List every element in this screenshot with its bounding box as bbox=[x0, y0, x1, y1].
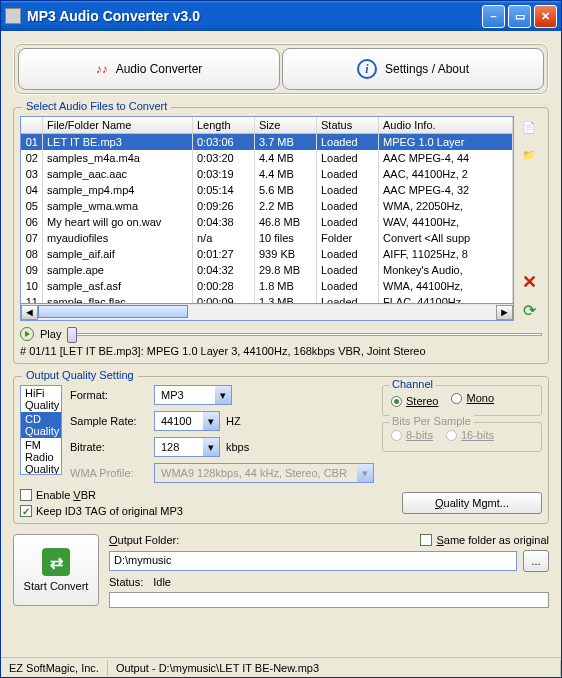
table-row[interactable]: 02samples_m4a.m4a0:03:204.4 MBLoadedAAC … bbox=[21, 150, 513, 166]
col-size[interactable]: Size bbox=[255, 117, 317, 133]
browse-folder-button[interactable]: ... bbox=[523, 550, 549, 572]
table-body: 01LET IT BE.mp30:03:063.7 MBLoadedMPEG 1… bbox=[21, 134, 513, 304]
radio-mono[interactable]: Mono bbox=[451, 392, 494, 404]
scroll-thumb[interactable] bbox=[38, 305, 188, 318]
cell-num: 04 bbox=[21, 182, 43, 198]
cell-name: sample_aif.aif bbox=[43, 246, 193, 262]
col-length[interactable]: Length bbox=[193, 117, 255, 133]
cell-info: FLAC, 44100Hz, bbox=[379, 294, 513, 304]
bitrate-label: Bitrate: bbox=[70, 441, 148, 453]
col-status[interactable]: Status bbox=[317, 117, 379, 133]
add-folder-button[interactable]: 📁 bbox=[518, 144, 540, 166]
output-legend: Output Quality Setting bbox=[22, 369, 138, 381]
table-row[interactable]: 05sample_wma.wma0:09:262.2 MBLoadedWMA, … bbox=[21, 198, 513, 214]
quality-preset-list[interactable]: HiFi QualityCD QualityFM Radio QualityAM… bbox=[20, 385, 62, 475]
preset-item[interactable]: HiFi Quality bbox=[21, 386, 61, 412]
play-label[interactable]: Play bbox=[40, 328, 61, 340]
main-tabs: ♪♪ Audio Converter i Settings / About bbox=[13, 43, 549, 95]
cell-status: Loaded bbox=[317, 214, 379, 230]
radio-8bits: 8-bits bbox=[391, 429, 433, 441]
table-row[interactable]: 11sample_flac.flac0:00:091.3 MBLoadedFLA… bbox=[21, 294, 513, 304]
output-quality-fieldset: Output Quality Setting HiFi QualityCD Qu… bbox=[13, 376, 549, 524]
cell-num: 01 bbox=[21, 134, 43, 150]
convert-arrows-icon: ⇄ bbox=[42, 548, 70, 576]
col-num[interactable] bbox=[21, 117, 43, 133]
scroll-left-button[interactable]: ◄ bbox=[21, 305, 38, 320]
channel-fieldset: Channel Stereo Mono bbox=[382, 385, 542, 416]
cell-name: sample_asf.asf bbox=[43, 278, 193, 294]
chevron-down-icon: ▾ bbox=[357, 464, 373, 482]
scroll-right-button[interactable]: ► bbox=[496, 305, 513, 320]
table-row[interactable]: 08sample_aif.aif0:01:27939 KBLoadedAIFF,… bbox=[21, 246, 513, 262]
cell-name: samples_m4a.m4a bbox=[43, 150, 193, 166]
bits-legend: Bits Per Sample bbox=[389, 415, 474, 427]
col-name[interactable]: File/Folder Name bbox=[43, 117, 193, 133]
horizontal-scrollbar[interactable]: ◄ ► bbox=[20, 304, 514, 321]
cell-num: 03 bbox=[21, 166, 43, 182]
cell-info: AAC, 44100Hz, 2 bbox=[379, 166, 513, 182]
cell-size: 4.4 MB bbox=[255, 150, 317, 166]
format-select[interactable]: MP3 ▾ bbox=[154, 385, 232, 405]
samplerate-select[interactable]: 44100 ▾ bbox=[154, 411, 220, 431]
refresh-icon: ⟳ bbox=[523, 301, 536, 320]
status-label: Status: bbox=[109, 576, 143, 588]
tab-audio-converter[interactable]: ♪♪ Audio Converter bbox=[18, 48, 280, 90]
cell-length: 0:04:32 bbox=[193, 262, 255, 278]
table-row[interactable]: 06My heart will go on.wav0:04:3846.8 MBL… bbox=[21, 214, 513, 230]
cell-length: 0:04:38 bbox=[193, 214, 255, 230]
cell-num: 10 bbox=[21, 278, 43, 294]
cell-length: 0:03:20 bbox=[193, 150, 255, 166]
same-folder-checkbox[interactable]: Same folder as original bbox=[420, 534, 549, 546]
table-row[interactable]: 09sample.ape0:04:3229.8 MBLoadedMonkey's… bbox=[21, 262, 513, 278]
quality-mgmt-button[interactable]: Quality Mgmt... bbox=[402, 492, 542, 514]
play-slider[interactable] bbox=[67, 325, 542, 343]
file-info-line: # 01/11 [LET IT BE.mp3]: MPEG 1.0 Layer … bbox=[20, 345, 542, 357]
tab-settings-about[interactable]: i Settings / About bbox=[282, 48, 544, 90]
start-convert-button[interactable]: ⇄ Start Convert bbox=[13, 534, 99, 606]
files-fieldset: Select Audio Files to Convert File/Folde… bbox=[13, 107, 549, 364]
remove-button[interactable]: ✕ bbox=[518, 271, 540, 293]
maximize-button[interactable]: ▭ bbox=[508, 5, 531, 28]
close-button[interactable]: ✕ bbox=[534, 5, 557, 28]
bitrate-value: 128 bbox=[155, 441, 203, 453]
output-folder-label: Output Folder: bbox=[109, 534, 179, 546]
cell-num: 05 bbox=[21, 198, 43, 214]
scroll-track[interactable] bbox=[38, 305, 496, 320]
format-value: MP3 bbox=[155, 389, 215, 401]
output-folder-input[interactable]: D:\mymusic bbox=[109, 551, 517, 571]
col-info[interactable]: Audio Info. bbox=[379, 117, 513, 133]
bitrate-select[interactable]: 128 ▾ bbox=[154, 437, 220, 457]
wma-value: WMA9 128kbps, 44 kHz, Stereo, CBR bbox=[155, 467, 357, 479]
start-label: Start Convert bbox=[24, 580, 89, 592]
add-file-button[interactable]: 📄 bbox=[518, 116, 540, 138]
cell-name: LET IT BE.mp3 bbox=[43, 134, 193, 150]
table-row[interactable]: 10sample_asf.asf0:00:281.8 MBLoadedWMA, … bbox=[21, 278, 513, 294]
cell-num: 06 bbox=[21, 214, 43, 230]
chevron-down-icon[interactable]: ▾ bbox=[203, 438, 219, 456]
wma-profile-label: WMA Profile: bbox=[70, 467, 148, 479]
preset-item[interactable]: CD Quality bbox=[21, 412, 61, 438]
slider-knob[interactable] bbox=[67, 327, 77, 343]
table-row[interactable]: 03sample_aac.aac0:03:194.4 MBLoadedAAC, … bbox=[21, 166, 513, 182]
preset-item[interactable]: FM Radio Quality bbox=[21, 438, 61, 475]
titlebar[interactable]: MP3 Audio Converter v3.0 – ▭ ✕ bbox=[1, 1, 561, 31]
refresh-button[interactable]: ⟳ bbox=[518, 299, 540, 321]
table-row[interactable]: 01LET IT BE.mp30:03:063.7 MBLoadedMPEG 1… bbox=[21, 134, 513, 150]
cell-status: Loaded bbox=[317, 134, 379, 150]
chevron-down-icon[interactable]: ▾ bbox=[215, 386, 231, 404]
cell-status: Loaded bbox=[317, 182, 379, 198]
window-title: MP3 Audio Converter v3.0 bbox=[27, 8, 479, 24]
radio-stereo[interactable]: Stereo bbox=[391, 395, 438, 407]
table-row[interactable]: 04sample_mp4.mp40:05:145.6 MBLoadedAAC M… bbox=[21, 182, 513, 198]
cell-num: 11 bbox=[21, 294, 43, 304]
cell-status: Folder bbox=[317, 230, 379, 246]
chevron-down-icon[interactable]: ▾ bbox=[203, 412, 219, 430]
enable-vbr-checkbox[interactable]: Enable VBR bbox=[20, 489, 183, 501]
minimize-button[interactable]: – bbox=[482, 5, 505, 28]
cell-name: sample_mp4.mp4 bbox=[43, 182, 193, 198]
cell-size: 10 files bbox=[255, 230, 317, 246]
table-row[interactable]: 07myaudiofilesn/a10 filesFolderConvert <… bbox=[21, 230, 513, 246]
keep-id3-checkbox[interactable]: ✓Keep ID3 TAG of original MP3 bbox=[20, 505, 183, 517]
play-icon[interactable] bbox=[20, 327, 34, 341]
file-table[interactable]: File/Folder Name Length Size Status Audi… bbox=[20, 116, 514, 304]
